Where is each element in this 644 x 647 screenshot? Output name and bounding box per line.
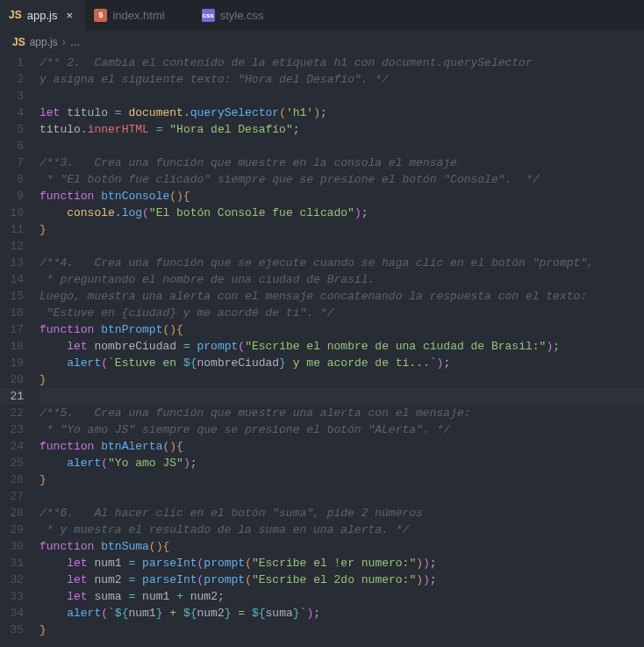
- code-line[interactable]: * "Yo amo JS" siempre que se presione el…: [39, 421, 644, 438]
- line-number: 34: [0, 605, 24, 622]
- close-icon[interactable]: ×: [62, 7, 76, 24]
- code-line[interactable]: alert(`Estuve en ${nombreCiudad} y me ac…: [39, 355, 644, 371]
- code-line[interactable]: * "El botón fue clicado" siempre que se …: [39, 171, 644, 188]
- code-line[interactable]: alert("Yo amo JS");: [39, 455, 644, 471]
- line-number: 11: [0, 221, 24, 238]
- line-number: 13: [0, 255, 24, 271]
- code-content[interactable]: /** 2. Cambia el contenido de la etiquet…: [39, 54, 644, 638]
- code-line[interactable]: }: [39, 471, 644, 488]
- tab-label: app.js: [27, 7, 58, 24]
- code-line[interactable]: let suma = num1 + num2;: [39, 588, 644, 605]
- line-number: 6: [0, 138, 24, 155]
- line-number: 27: [0, 488, 24, 505]
- line-number: 30: [0, 538, 24, 555]
- editor-tabs: JSapp.js×5index.htmlcssstyle.css: [0, 0, 644, 31]
- line-number: 33: [0, 588, 24, 605]
- code-line[interactable]: function btnConsole(){: [39, 188, 644, 205]
- tab-label: style.css: [220, 7, 264, 24]
- code-line[interactable]: }: [39, 622, 644, 638]
- code-line[interactable]: }: [39, 221, 644, 238]
- code-line[interactable]: titulo.innerHTML = "Hora del Desafío";: [39, 121, 644, 138]
- code-line[interactable]: [39, 138, 644, 155]
- css-icon: css: [202, 9, 215, 22]
- line-number: 19: [0, 355, 24, 371]
- code-line[interactable]: * preguntando el nombre de una ciudad de…: [39, 271, 644, 288]
- tab-label: index.html: [112, 7, 164, 24]
- code-line[interactable]: function btnAlerta(){: [39, 438, 644, 455]
- code-line[interactable]: function btnSuma(){: [39, 538, 644, 555]
- line-number: 1: [0, 54, 24, 71]
- line-number: 21: [0, 388, 24, 405]
- code-line[interactable]: [39, 388, 644, 405]
- html-icon: 5: [94, 9, 107, 22]
- code-line[interactable]: /**5. Crea una función que muestre una a…: [39, 405, 644, 421]
- line-number: 16: [0, 305, 24, 321]
- code-line[interactable]: }: [39, 371, 644, 388]
- code-line[interactable]: let titulo = document.querySelector('h1'…: [39, 104, 644, 121]
- line-number: 17: [0, 321, 24, 338]
- line-number: 2: [0, 71, 24, 88]
- line-number: 28: [0, 505, 24, 521]
- code-line[interactable]: let nombreCiudad = prompt("Escribe el no…: [39, 338, 644, 355]
- tab-app-js[interactable]: JSapp.js×: [0, 0, 85, 31]
- code-line[interactable]: [39, 238, 644, 255]
- line-number: 35: [0, 622, 24, 638]
- line-number: 10: [0, 205, 24, 221]
- code-line[interactable]: let num2 = parseInt(prompt("Escribe el 2…: [39, 572, 644, 588]
- line-number: 32: [0, 572, 24, 588]
- line-number: 23: [0, 421, 24, 438]
- breadcrumb: JS app.js › …: [0, 31, 644, 54]
- code-line[interactable]: alert(`${num1} + ${num2} = ${suma}`);: [39, 605, 644, 622]
- line-number: 12: [0, 238, 24, 255]
- line-number: 3: [0, 88, 24, 104]
- line-number: 8: [0, 171, 24, 188]
- code-line[interactable]: let num1 = parseInt(prompt("Escribe el !…: [39, 555, 644, 572]
- chevron-right-icon: ›: [62, 34, 66, 51]
- code-line[interactable]: y asigna el siguiente texto: "Hora del D…: [39, 71, 644, 88]
- line-number: 4: [0, 104, 24, 121]
- code-line[interactable]: Luego, muestra una alerta con el mensaje…: [39, 288, 644, 305]
- code-line[interactable]: [39, 88, 644, 104]
- line-number-gutter: 1234567891011121314151617181920212223242…: [0, 54, 39, 638]
- line-number: 22: [0, 405, 24, 421]
- line-number: 5: [0, 121, 24, 138]
- line-number: 14: [0, 271, 24, 288]
- line-number: 18: [0, 338, 24, 355]
- code-line[interactable]: /**4. Crea una función que se ejecute cu…: [39, 255, 644, 271]
- line-number: 20: [0, 371, 24, 388]
- breadcrumb-rest[interactable]: …: [70, 34, 81, 51]
- line-number: 9: [0, 188, 24, 205]
- code-line[interactable]: /**3. Crea una función que muestre en la…: [39, 155, 644, 171]
- breadcrumb-file[interactable]: app.js: [30, 34, 58, 51]
- line-number: 15: [0, 288, 24, 305]
- code-line[interactable]: function btnPrompt(){: [39, 321, 644, 338]
- line-number: 25: [0, 455, 24, 471]
- line-number: 7: [0, 155, 24, 171]
- code-line[interactable]: /** 2. Cambia el contenido de la etiquet…: [39, 54, 644, 71]
- line-number: 26: [0, 471, 24, 488]
- code-editor[interactable]: 1234567891011121314151617181920212223242…: [0, 54, 644, 638]
- line-number: 29: [0, 521, 24, 538]
- code-line[interactable]: /**6. Al hacer clic en el botón "suma", …: [39, 505, 644, 521]
- code-line[interactable]: "Estuve en {ciudad} y me acordé de ti". …: [39, 305, 644, 321]
- js-icon: JS: [12, 34, 25, 51]
- line-number: 24: [0, 438, 24, 455]
- code-line[interactable]: [39, 488, 644, 505]
- line-number: 31: [0, 555, 24, 572]
- tab-style-css[interactable]: cssstyle.css: [193, 0, 292, 31]
- js-icon: JS: [9, 7, 22, 24]
- code-line[interactable]: console.log("El botón Console fue clicad…: [39, 205, 644, 221]
- tab-index-html[interactable]: 5index.html: [85, 0, 192, 31]
- code-line[interactable]: * y muestra el resultado de la suma en u…: [39, 521, 644, 538]
